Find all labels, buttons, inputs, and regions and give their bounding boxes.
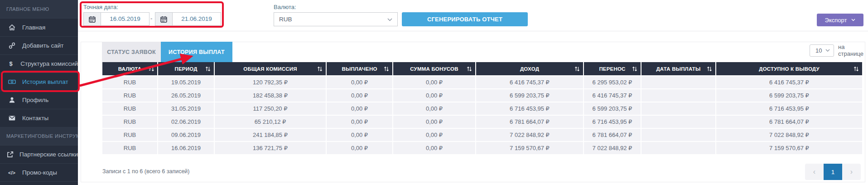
table-cell: 6 716 453,95 ₽ [583, 115, 641, 128]
code-icon: </> [7, 170, 17, 175]
link-icon [7, 42, 17, 49]
calendar-icon[interactable] [83, 12, 101, 26]
table-cell: 0,00 ₽ [326, 141, 393, 155]
table-cell [641, 89, 716, 102]
currency-select-value: RUB [279, 16, 292, 23]
table-cell [641, 128, 716, 141]
column-header-label: ДОХОД [520, 66, 539, 72]
user-icon [7, 97, 17, 103]
chevron-down-icon [851, 19, 855, 21]
sort-updown-icon[interactable] [384, 66, 389, 72]
tab-request-status[interactable]: СТАТУС ЗАЯВОК [102, 42, 161, 62]
pagination: ‹ 1 › [805, 164, 861, 180]
generate-report-button[interactable]: СГЕНЕРИРОВАТЬ ОТЧЕТ [402, 12, 528, 26]
currency-select[interactable]: RUB [274, 12, 398, 26]
sort-updown-icon[interactable] [632, 66, 637, 72]
table-cell [641, 141, 716, 155]
table-cell: 0,00 ₽ [393, 115, 476, 128]
sidebar-item-label: Структура комиссий [20, 60, 78, 67]
table-cell: 6 781 664,07 ₽ [716, 115, 862, 128]
column-header-доступно-к-выводу[interactable]: ДОСТУПНО К ВЫВОДУ [716, 62, 862, 76]
table-cell: 182 458,38 ₽ [214, 89, 326, 102]
column-header-label: ДОСТУПНО К ВЫВОДУ [759, 66, 820, 72]
column-header-label: ДАТА ВЫПЛАТЫ [656, 66, 700, 72]
table-cell: 26.05.2019 [158, 89, 214, 102]
column-header-label: ПЕРИОД [174, 66, 197, 72]
sidebar-item-label: Главная [22, 24, 45, 31]
table-row: RUB16.06.2019136 721,75 ₽0,00 ₽0,00 ₽7 1… [102, 141, 862, 155]
table-cell: 7 159 570,67 ₽ [476, 141, 583, 155]
sidebar-item-главная[interactable]: Главная [0, 18, 78, 36]
banknote-icon [7, 78, 17, 85]
column-header-валюта[interactable]: ВАЛЮТА [102, 62, 158, 76]
table-cell: 117 250,20 ₽ [214, 102, 326, 115]
date-to-group: 21.06.2019 [155, 12, 221, 26]
column-header-label: ОБЩАЯ КОМИССИЯ [243, 66, 297, 72]
calendar-icon[interactable] [155, 12, 172, 26]
column-header-дата-выплаты[interactable]: ДАТА ВЫПЛАТЫ [641, 62, 716, 76]
sidebar-item-промо-коды[interactable]: </>Промо-коды [0, 163, 78, 181]
per-page-value: 10 [815, 47, 822, 54]
sort-updown-icon[interactable] [467, 66, 472, 72]
column-header-label: ВАЛЮТА [118, 66, 142, 72]
sidebar-item-структура-комиссий[interactable]: $Структура комиссий [0, 54, 78, 73]
payment-history-table: ВАЛЮТАПЕРИОДОБЩАЯ КОМИССИЯВЫПЛАЧЕНОСУММА… [102, 62, 862, 155]
tabs: СТАТУС ЗАЯВОК ИСТОРИЯ ВЫПЛАТ [102, 42, 232, 62]
per-page-select[interactable]: 10 [810, 44, 834, 57]
sort-updown-icon[interactable] [317, 66, 323, 72]
table-cell: 0,00 ₽ [326, 102, 393, 115]
column-header-доход[interactable]: ДОХОД [476, 62, 583, 76]
column-header-выплачено[interactable]: ВЫПЛАЧЕНО [326, 62, 393, 76]
sort-updown-icon[interactable] [707, 66, 712, 72]
export-button-label: Экспорт [825, 17, 847, 24]
table-cell: 0,00 ₽ [326, 76, 393, 89]
tab-payment-history[interactable]: ИСТОРИЯ ВЫПЛАТ [161, 42, 232, 62]
sort-updown-icon[interactable] [205, 66, 211, 72]
table-cell: 6 599 203,75 ₽ [716, 89, 862, 102]
table-cell: 7 022 848,92 ₽ [716, 128, 862, 141]
table-cell: 7 159 570,67 ₽ [716, 141, 862, 155]
table-cell [641, 115, 716, 128]
table-body: RUB19.05.2019120 792,35 ₽0,00 ₽0,00 ₽6 4… [102, 76, 862, 155]
date-range-label: Точная дата: [83, 4, 118, 10]
pagination-next-button[interactable]: › [842, 164, 861, 180]
table-cell: RUB [102, 141, 158, 155]
sidebar-item-добавить-сайт[interactable]: Добавить сайт [0, 36, 78, 54]
sort-updown-icon[interactable] [574, 66, 580, 72]
sort-amount-icon[interactable] [149, 66, 154, 72]
sidebar-menu-main: ГлавнаяДобавить сайт$Структура комиссийИ… [0, 18, 78, 127]
column-header-сумма-бонусов[interactable]: СУММА БОНУСОВ [393, 62, 476, 76]
records-summary: Записи с 1 по 6 (всего 6 записей) [102, 168, 190, 175]
table-cell: 0,00 ₽ [393, 128, 476, 141]
table-cell: 0,00 ₽ [393, 76, 476, 89]
column-header-перенос[interactable]: ПЕРЕНОС [583, 62, 641, 76]
sidebar-item-профиль[interactable]: Профиль [0, 91, 78, 109]
pagination-page-1-button[interactable]: 1 [824, 164, 842, 180]
pagination-prev-button[interactable]: ‹ [805, 164, 824, 180]
sidebar-item-партнерские-ссылки[interactable]: Партнерские ссылки [0, 145, 78, 163]
date-to-input[interactable]: 21.06.2019 [172, 12, 221, 26]
sidebar-item-контакты[interactable]: Контакты [0, 109, 78, 127]
sidebar-stub [0, 181, 78, 185]
table-cell: 0,00 ₽ [393, 141, 476, 155]
table-row: RUB26.05.2019182 458,38 ₽0,00 ₽0,00 ₽6 5… [102, 89, 862, 102]
export-button[interactable]: Экспорт [817, 14, 863, 26]
column-header-label: СУММА БОНУСОВ [410, 66, 458, 72]
sidebar-section-marketing: МАРКЕТИНГОВЫЕ ИНСТРУМЕНТЫ [0, 127, 78, 145]
column-header-общая-комиссия[interactable]: ОБЩАЯ КОМИССИЯ [214, 62, 326, 76]
table-cell: 7 022 848,92 ₽ [583, 141, 641, 155]
table-cell: 0,00 ₽ [393, 89, 476, 102]
table-header-row: ВАЛЮТАПЕРИОДОБЩАЯ КОМИССИЯВЫПЛАЧЕНОСУММА… [102, 62, 862, 76]
sidebar-item-история-выплат[interactable]: История выплат [0, 73, 78, 91]
table-cell: 6 416 745,37 ₽ [476, 76, 583, 89]
table-cell: 6 599 203,75 ₽ [476, 89, 583, 102]
sidebar-section-main: ГЛАВНОЕ МЕНЮ [0, 0, 78, 18]
date-from-input[interactable]: 16.05.2019 [101, 12, 149, 26]
table-cell: 136 721,75 ₽ [214, 141, 326, 155]
table-cell: 0,00 ₽ [326, 128, 393, 141]
sidebar-menu-marketing: Партнерские ссылки</>Промо-коды [0, 145, 78, 181]
sort-updown-icon[interactable] [854, 66, 859, 72]
column-header-период[interactable]: ПЕРИОД [158, 62, 214, 76]
per-page-label: на странице [838, 44, 868, 57]
table-cell: RUB [102, 128, 158, 141]
